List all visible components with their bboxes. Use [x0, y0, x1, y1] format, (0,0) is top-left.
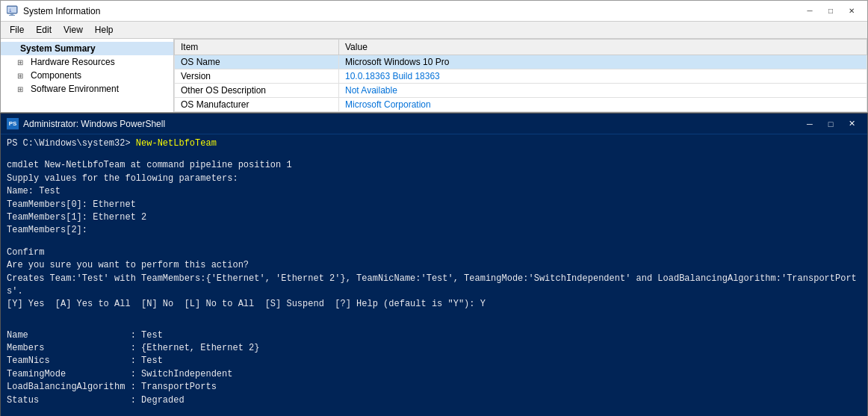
ps-prompt-line-1: PS C:\Windows\system32> New-NetLbfoTeam — [7, 137, 861, 150]
table-cell-item: OS Manufacturer — [175, 98, 339, 112]
ps-window-controls: ─ □ ✕ — [800, 117, 861, 131]
ps-minimize-btn[interactable]: ─ — [800, 117, 819, 131]
ps-out-3: TeamMembers[0]: Ethernet — [7, 199, 861, 211]
table-row: Other OS Description Not Available — [175, 84, 867, 98]
sysinfo-close-btn[interactable]: ✕ — [842, 4, 861, 19]
ps-out-5: TeamMembers[2]: — [7, 224, 861, 237]
ps-out-13: TeamingMode : SwitchIndependent — [7, 368, 861, 381]
svg-rect-1 — [10, 13, 13, 15]
ps-blank-4 — [7, 320, 861, 329]
ps-blank-3 — [7, 311, 861, 320]
ps-out-14: LoadBalancingAlgorithm : TransportPorts — [7, 381, 861, 394]
sysinfo-titlebar: i System Information ─ □ ✕ — [1, 1, 867, 22]
ps-out-15: Status : Degraded — [7, 394, 861, 407]
sysinfo-table-area: Item Value OS Name Microsoft Windows 10 … — [174, 39, 867, 112]
ps-out-10: Name : Test — [7, 329, 861, 342]
svg-text:i: i — [9, 7, 12, 13]
ps-title: Administrator: Windows PowerShell — [23, 119, 800, 129]
col-header-value: Value — [339, 40, 867, 55]
ps-prompt-1: PS C:\Windows\system32> — [7, 138, 136, 149]
table-cell-value: Not Available — [339, 84, 867, 98]
ps-out-6: Confirm — [7, 246, 861, 259]
table-cell-value: 10.0.18363 Build 18363 — [339, 69, 867, 84]
ps-titlebar: PS Administrator: Windows PowerShell ─ □… — [1, 114, 867, 134]
ps-blank-2 — [7, 238, 861, 246]
ps-icon: PS — [7, 118, 19, 130]
table-row: OS Manufacturer Microsoft Corporation — [175, 98, 867, 112]
expand-icon-comp: ⊞ — [17, 72, 28, 80]
table-cell-value: Microsoft Corporation — [339, 98, 867, 112]
expand-icon-hw: ⊞ — [17, 58, 28, 66]
ps-out-1: Supply values for the following paramete… — [7, 173, 861, 185]
sysinfo-window-controls: ─ □ ✕ — [800, 4, 861, 19]
ps-out-8: Creates Team:'Test' with TeamMembers:{'E… — [7, 273, 861, 299]
table-cell-item: Version — [175, 69, 339, 84]
table-cell-item: Other OS Description — [175, 84, 339, 98]
ps-blank-1 — [7, 150, 861, 159]
ps-out-12: TeamNics : Test — [7, 355, 861, 367]
ps-maximize-btn[interactable]: □ — [821, 117, 840, 131]
ps-out-0: cmdlet New-NetLbfoTeam at command pipeli… — [7, 159, 861, 172]
sysinfo-title: System Information — [23, 6, 800, 16]
ps-out-4: TeamMembers[1]: Ethernet 2 — [7, 211, 861, 224]
sysinfo-icon: i — [7, 5, 19, 17]
menu-file[interactable]: File — [4, 23, 30, 37]
ps-out-2: Name: Test — [7, 185, 861, 198]
sysinfo-table: Item Value OS Name Microsoft Windows 10 … — [174, 39, 867, 112]
tree-system-summary[interactable]: System Summary — [1, 42, 173, 55]
expand-icon-sw: ⊞ — [17, 85, 28, 93]
tree-software-environment[interactable]: ⊞ Software Environment — [1, 82, 173, 96]
table-cell-item: OS Name — [175, 55, 339, 69]
ps-blank-5 — [7, 407, 861, 416]
tree-components[interactable]: ⊞ Components — [1, 69, 173, 82]
menu-help[interactable]: Help — [89, 23, 120, 37]
ps-out-11: Members : {Ethernet, Ethernet 2} — [7, 342, 861, 355]
sysinfo-maximize-btn[interactable]: □ — [821, 4, 840, 19]
svg-rect-2 — [9, 15, 15, 16]
sysinfo-tree: System Summary ⊞ Hardware Resources ⊞ Co… — [1, 39, 174, 112]
tree-hardware-resources[interactable]: ⊞ Hardware Resources — [1, 55, 173, 69]
menu-view[interactable]: View — [58, 23, 89, 37]
table-row: Version 10.0.18363 Build 18363 — [175, 69, 867, 84]
ps-close-btn[interactable]: ✕ — [842, 117, 861, 131]
sysinfo-minimize-btn[interactable]: ─ — [800, 4, 819, 19]
sysinfo-menubar: File Edit View Help — [1, 22, 867, 39]
ps-out-7: Are you sure you want to perform this ac… — [7, 259, 861, 272]
ps-out-9: [Y] Yes [A] Yes to All [N] No [L] No to … — [7, 298, 861, 311]
table-row: OS Name Microsoft Windows 10 Pro — [175, 55, 867, 69]
powershell-window: PS Administrator: Windows PowerShell ─ □… — [0, 113, 868, 416]
col-header-item: Item — [175, 40, 339, 55]
menu-edit[interactable]: Edit — [30, 23, 58, 37]
table-cell-value: Microsoft Windows 10 Pro — [339, 55, 867, 69]
ps-command-1: New-NetLbfoTeam — [136, 138, 217, 149]
ps-terminal-body[interactable]: PS C:\Windows\system32> New-NetLbfoTeam … — [1, 134, 867, 416]
